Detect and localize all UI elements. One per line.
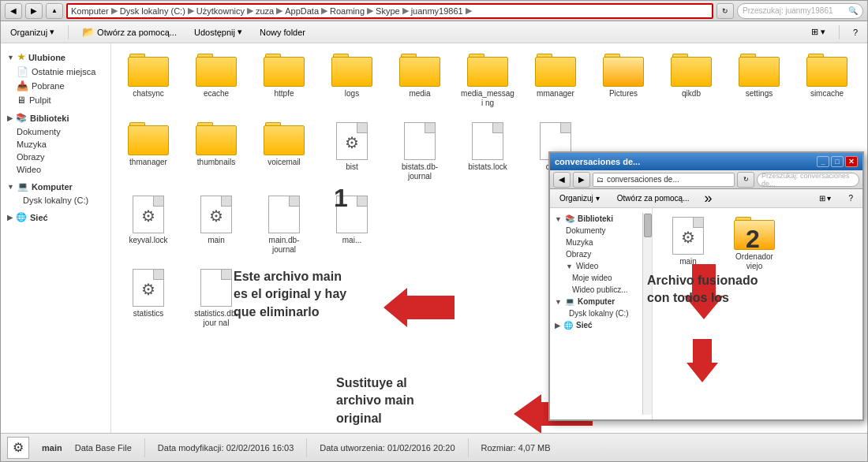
folder-simcache[interactable]: simcache [796, 50, 858, 102]
breadcrumb-komputer[interactable]: Komputer [71, 6, 109, 16]
file-mai[interactable]: mai... [321, 192, 383, 249]
file-main-db-journal[interactable]: main.db-journal [253, 192, 315, 259]
second-search-box[interactable]: Przeszukaj: conversaciones de... [757, 173, 859, 187]
file-statistics[interactable]: ⚙ statistics [118, 265, 179, 322]
status-created: Data utworzenia: 01/02/2016 20:20 [320, 443, 455, 453]
folder-ecache[interactable]: ecache [185, 50, 247, 102]
second-sidebar-music[interactable]: Muzyka [550, 237, 642, 248]
folder-chatsync[interactable]: chatsync [118, 50, 179, 102]
second-organize-button[interactable]: Organizuj ▾ [554, 192, 605, 205]
sidebar-downloads[interactable]: 📥 Pobrane [1, 79, 110, 93]
search-placeholder: Przeszukaj: juanmy19861 [743, 6, 833, 15]
second-sidebar-moje-wideo[interactable]: Moje wideo [550, 272, 642, 284]
status-filename: main [42, 443, 62, 453]
annotation-text-4: Hay que pegarlo en la cerpetadel usuario… [581, 430, 726, 433]
back-button[interactable]: ◀ [5, 3, 22, 19]
sidebar-documents[interactable]: Dokumenty [1, 125, 110, 138]
sidebar-favorites[interactable]: ▼ ★ Ulubione [1, 50, 110, 65]
folder-mmanager[interactable]: mmanager [525, 50, 586, 102]
forward-button[interactable]: ▶ [25, 3, 43, 19]
favorites-section: ▼ ★ Ulubione 📄 Ostatnie miejsca 📥 Pobran… [1, 50, 110, 107]
second-sidebar: ▼📚 Biblioteki Dokumenty Muzyka Obrazy ▼ [550, 208, 653, 419]
status-sep1 [144, 438, 145, 457]
folder-media[interactable]: media [389, 50, 451, 102]
close-button[interactable]: ✕ [845, 156, 858, 167]
scrollbar-thumb [644, 214, 652, 237]
file-bistats-journal[interactable]: bistats.db-journal [389, 118, 451, 185]
sidebar-recent[interactable]: 📄 Ostatnie miejsca [1, 65, 110, 79]
sidebar-desktop[interactable]: 🖥 Pulpit [1, 93, 110, 107]
second-back-button[interactable]: ◀ [553, 172, 571, 188]
new-folder-button[interactable]: Nowy folder [254, 25, 311, 39]
status-sep2 [306, 438, 307, 457]
second-address-bar-row: ◀ ▶ 🗂 conversaciones de... ↻ Przeszukaj:… [550, 170, 862, 189]
file-bist[interactable]: ⚙ bist [321, 118, 383, 176]
breadcrumb-roaming[interactable]: Roaming [330, 6, 365, 16]
file-statistics-db-journal[interactable]: statistics.db-jour nal [185, 265, 247, 332]
second-sidebar-wideo-publicz[interactable]: Wideo publicz... [550, 284, 642, 296]
second-sidebar-network[interactable]: ▶🌐 Sieć [550, 319, 642, 331]
sidebar-music[interactable]: Muzyka [1, 138, 110, 151]
breadcrumb-disk[interactable]: Dysk lokalny (C:) [120, 6, 185, 16]
toolbar-separator [68, 25, 69, 39]
network-section: ▶ 🌐 Sieć [1, 210, 110, 225]
second-refresh[interactable]: ↻ [737, 172, 754, 188]
refresh-button[interactable]: ↻ [716, 3, 734, 19]
second-sidebar-video[interactable]: ▼ Wideo [550, 260, 642, 272]
up-button[interactable]: ▲ [46, 3, 63, 19]
breadcrumb-users[interactable]: Użytkownicy [196, 6, 245, 16]
folder-settings[interactable]: settings [728, 50, 790, 102]
second-forward-button[interactable]: ▶ [573, 172, 590, 188]
second-views-button[interactable]: ⊞ ▾ [814, 192, 837, 205]
sidebar-libraries[interactable]: ▶ 📚 Biblioteki [1, 110, 110, 125]
sidebar-network[interactable]: ▶ 🌐 Sieć [1, 210, 110, 225]
second-sidebar-scrollbar[interactable] [642, 213, 652, 415]
second-sidebar-computer[interactable]: ▼💻 Komputer [550, 296, 642, 307]
folder-pictures[interactable]: Pictures [593, 50, 654, 102]
second-content: ▼📚 Biblioteki Dokumenty Muzyka Obrazy ▼ [550, 208, 862, 419]
second-help-button[interactable]: ? [843, 192, 859, 205]
folder-httpfe[interactable]: httpfe [253, 50, 315, 102]
minimize-button[interactable]: _ [817, 156, 829, 167]
breadcrumb-juanmy[interactable]: juanmy19861 [411, 6, 463, 16]
sidebar-computer[interactable]: ▼ 💻 Komputer [1, 179, 110, 194]
folder-media-messaging[interactable]: media_messagi ng [457, 50, 518, 112]
sidebar-video[interactable]: Wideo [1, 163, 110, 176]
folder-thmanager[interactable]: thmanager [118, 118, 179, 171]
organize-button[interactable]: Organizuj ▾ [5, 24, 60, 39]
open-with-button[interactable]: 📂 Otwórz za pomocą... [77, 24, 182, 40]
second-sidebar-libraries[interactable]: ▼📚 Biblioteki [550, 213, 642, 225]
search-box[interactable]: Przeszukaj: juanmy19861 🔍 [737, 3, 863, 19]
breadcrumb-zuza[interactable]: zuza [256, 6, 274, 16]
toolbar-sep2 [839, 25, 840, 39]
file-main[interactable]: ⚙ main [185, 192, 247, 249]
libraries-section: ▶ 📚 Biblioteki Dokumenty Muzyka Obrazy W… [1, 110, 110, 176]
share-button[interactable]: Udostępnij ▾ [189, 24, 248, 39]
second-folder-ordenador-viejo[interactable]: Ordenador viejo [724, 213, 785, 275]
address-bar-row: ◀ ▶ ▲ Komputer ▶ Dysk lokalny (C:) ▶ Uży… [1, 1, 867, 21]
second-sidebar-pictures[interactable]: Obrazy [550, 248, 642, 260]
expand-icon: » [705, 190, 713, 207]
file-bistats-lock[interactable]: bistats.lock [457, 118, 518, 176]
breadcrumb-skype[interactable]: Skype [376, 6, 400, 16]
address-bar[interactable]: Komputer ▶ Dysk lokalny (C:) ▶ Użytkowni… [66, 3, 713, 19]
status-modified: Data modyfikacji: 02/02/2016 16:03 [158, 443, 294, 453]
second-address-bar[interactable]: 🗂 conversaciones de... [593, 173, 735, 187]
sidebar-local-disk[interactable]: Dysk lokalny (C:) [1, 194, 110, 207]
help-button[interactable]: ? [847, 25, 863, 39]
views-button[interactable]: ⊞ ▾ [806, 24, 831, 39]
second-sidebar-disk[interactable]: Dysk lokalny (C:) [550, 307, 642, 319]
sidebar-pictures[interactable]: Obrazy [1, 151, 110, 163]
second-file-main[interactable]: ⚙ main [657, 213, 719, 275]
second-open-button[interactable]: Otwórz za pomocą... [612, 192, 695, 205]
window-controls: _ □ ✕ [817, 156, 858, 167]
maximize-button[interactable]: □ [831, 156, 844, 167]
folder-logs[interactable]: logs [321, 50, 383, 102]
second-sidebar-documents[interactable]: Dokumenty [550, 225, 642, 237]
sidebar: ▼ ★ Ulubione 📄 Ostatnie miejsca 📥 Pobran… [1, 43, 111, 433]
folder-thumbnails[interactable]: thumbnails [185, 118, 247, 171]
folder-qikdb[interactable]: qikdb [660, 50, 722, 102]
file-keyval-lock[interactable]: ⚙ keyval.lock [118, 192, 179, 249]
breadcrumb-appdata[interactable]: AppData [285, 6, 319, 16]
folder-voicemail[interactable]: voicemail [253, 118, 315, 171]
